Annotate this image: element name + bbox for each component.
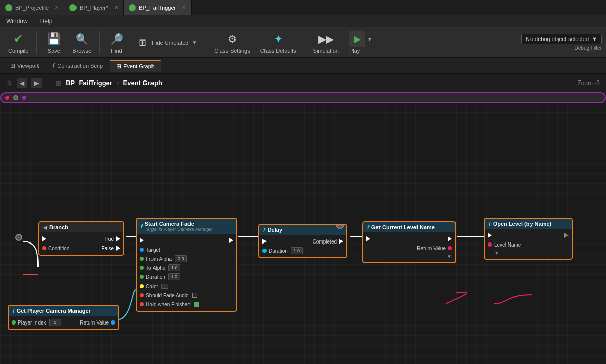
cf-fade-audio-label: Should Fade Audio (146, 293, 189, 298)
save-icon: 💾 (47, 32, 61, 46)
cf-target-pin[interactable] (140, 248, 144, 252)
connector-in-pin[interactable] (5, 96, 9, 100)
tab-viewport[interactable]: ⊞ Viewport (4, 60, 45, 71)
compile-button[interactable]: ✔ Compile (4, 29, 32, 56)
cf-to-alpha-value[interactable]: 1.0 (168, 264, 180, 271)
debug-filter-label: Debug Filter (575, 45, 602, 51)
branch-false-out[interactable] (116, 246, 120, 251)
branch-condition-label: Condition (48, 246, 69, 251)
find-button[interactable]: 🔎 Find (104, 29, 129, 56)
tab-event-graph[interactable]: ⊞ Event Graph (110, 60, 161, 72)
tab-close-projectile[interactable]: ✕ (55, 5, 59, 10)
cf-exec-out[interactable] (229, 238, 233, 243)
cf-to-alpha-pin[interactable] (140, 266, 144, 270)
ol-expand-arrow[interactable]: ▼ (494, 250, 499, 256)
save-button[interactable]: 💾 Save (41, 29, 66, 56)
ol-exec-in[interactable] (488, 233, 492, 238)
branch-header: ◀ Branch (39, 222, 123, 232)
tab-bp-failtrigger[interactable]: BP_FailTrigger ✕ (124, 0, 192, 15)
ln-expand-arrow[interactable]: ▼ (447, 254, 452, 259)
hide-unrelated-button[interactable]: ⊞ Hide Unrelated ▼ (131, 33, 202, 52)
toolbar-sep-3 (206, 31, 206, 54)
zoom-label: Zoom -3 (577, 79, 600, 87)
debug-dropdown[interactable]: No debug object selected ▼ (521, 34, 602, 44)
breadcrumb-arrow: › (117, 79, 119, 87)
tab-bp-projectile[interactable]: BP_Projectile ✕ (0, 0, 64, 15)
toolbar-sep-1 (36, 31, 37, 54)
class-defaults-button[interactable]: ✦ Class Defaults (256, 29, 300, 56)
delay-completed-out[interactable] (339, 239, 343, 244)
simulation-button[interactable]: ▶▶ Simulation (309, 29, 343, 56)
ol-level-label: Level Name (494, 242, 521, 248)
cf-fade-audio-pin[interactable] (140, 293, 144, 297)
cf-from-alpha-value[interactable]: 0.0 (175, 255, 187, 262)
tab-close-failtrigger[interactable]: ✕ (182, 5, 186, 10)
cf-color-row: Color (137, 281, 236, 291)
tab-label-projectile: BP_Projectile (15, 5, 49, 11)
debug-dropdown-arrow[interactable]: ▼ (592, 36, 597, 42)
cf-hold-checkbox[interactable] (194, 302, 199, 307)
play-arrow[interactable]: ▼ (366, 35, 373, 43)
reroute-node[interactable] (15, 234, 22, 241)
find-icon: 🔎 (110, 33, 123, 45)
node-camera-mgr: f Get Player Camera Manager Player Index… (8, 305, 119, 330)
cm-return-pin[interactable] (111, 320, 115, 325)
delay-body: Completed Duration 1.0 (259, 235, 346, 257)
ol-exec-row (485, 231, 572, 240)
connector-out-pin[interactable] (22, 96, 26, 100)
branch-exec-in[interactable] (42, 236, 46, 241)
hide-unrelated-arrow[interactable]: ▼ (191, 38, 198, 46)
branch-condition-pin[interactable] (42, 246, 46, 250)
cf-fade-audio-row: Should Fade Audio (137, 291, 236, 300)
forward-button[interactable]: ▶ (31, 78, 42, 88)
delay-exec-in[interactable] (262, 239, 267, 244)
cf-duration-pin[interactable] (140, 275, 144, 279)
event-graph-label: Event Graph (123, 63, 155, 69)
hide-unrelated-label: Hide Unrelated (152, 39, 188, 46)
branch-exec-row: True (39, 234, 123, 244)
debug-filter-container: No debug object selected ▼ Debug Filter (521, 34, 602, 51)
cf-color-swatch[interactable] (161, 284, 168, 289)
cf-color-pin[interactable] (140, 284, 144, 288)
branch-true-out[interactable] (116, 236, 120, 241)
cf-to-alpha-row: To Alpha 1.0 (137, 263, 236, 272)
debug-object-label: No debug object selected (526, 36, 589, 42)
cm-player-index-value[interactable]: 0 (49, 319, 61, 326)
browse-button[interactable]: 🔍 Browse (68, 29, 95, 56)
back-button[interactable]: ◀ (17, 78, 27, 88)
condition-false-area (15, 234, 22, 241)
ol-exec-out[interactable] (564, 233, 569, 238)
breadcrumb-sep-1: | (48, 79, 50, 87)
tab-close-player[interactable]: ✕ (114, 5, 118, 10)
class-settings-label: Class Settings (214, 48, 250, 54)
cf-hold-pin[interactable] (140, 302, 144, 306)
camera-mgr-title: Get Player Camera Manager (17, 308, 91, 314)
delay-duration-pin[interactable] (262, 249, 267, 253)
menu-help[interactable]: Help (38, 18, 55, 25)
connector-dot[interactable] (13, 95, 18, 100)
ln-return-pin[interactable] (448, 246, 452, 250)
ln-exec-out[interactable] (448, 236, 452, 241)
play-button[interactable]: ▶ Play ▼ (345, 29, 377, 56)
class-settings-button[interactable]: ⚙ Class Settings (210, 29, 254, 56)
ln-exec-in[interactable] (366, 236, 370, 241)
favorite-icon[interactable]: ☆ (6, 79, 13, 87)
cf-exec-row (137, 236, 236, 245)
cf-fade-audio-checkbox[interactable] (192, 293, 197, 298)
menu-window[interactable]: Window (4, 18, 30, 25)
delay-duration-value[interactable]: 1.0 (291, 247, 303, 254)
tab-bp-player[interactable]: BP_Player* ✕ (64, 0, 124, 15)
cf-duration-value[interactable]: 1.0 (168, 273, 180, 280)
branch-title: Branch (49, 224, 68, 230)
ol-level-pin[interactable] (488, 242, 492, 247)
cf-from-alpha-pin[interactable] (140, 257, 144, 261)
cf-to-alpha-label: To Alpha (146, 265, 165, 271)
toolbar-sep-4 (305, 31, 305, 54)
cf-color-label: Color (146, 284, 158, 289)
canvas[interactable]: ◀ Branch True Condition False (0, 92, 606, 364)
cm-player-index-pin[interactable] (12, 320, 16, 325)
cf-exec-in[interactable] (140, 238, 144, 243)
tab-construction-script[interactable]: ƒ Construction Scrip (46, 60, 109, 71)
breadcrumb-blueprint[interactable]: BP_FailTrigger (66, 79, 112, 87)
branch-true-label: True (104, 236, 114, 242)
